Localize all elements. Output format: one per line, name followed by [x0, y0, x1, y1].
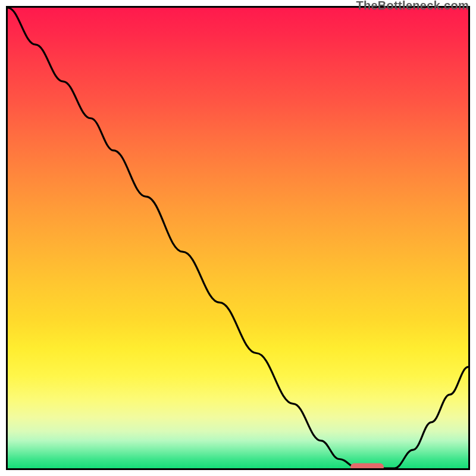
- optimal-marker: [350, 464, 384, 471]
- plot-area: [6, 6, 470, 470]
- bottleneck-curve: [8, 8, 468, 468]
- chart-container: TheBottleneck.com: [0, 0, 476, 476]
- watermark-text: TheBottleneck.com: [356, 0, 469, 12]
